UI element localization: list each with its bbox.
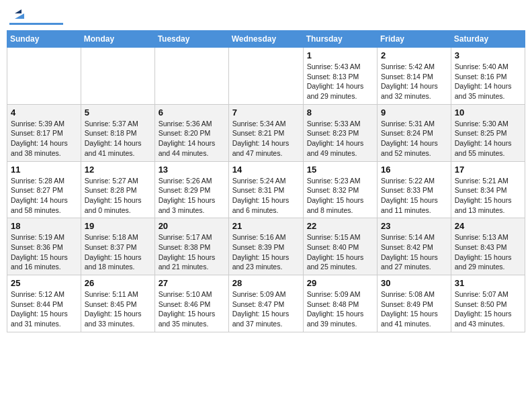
day-number: 1 bbox=[307, 50, 373, 60]
calendar-cell: 15Sunrise: 5:23 AM Sunset: 8:32 PM Dayli… bbox=[303, 161, 377, 218]
svg-marker-1 bbox=[15, 9, 21, 13]
day-number: 17 bbox=[455, 165, 521, 175]
day-info: Sunrise: 5:13 AM Sunset: 8:43 PM Dayligh… bbox=[455, 232, 521, 272]
page-header bbox=[7, 7, 525, 25]
day-info: Sunrise: 5:12 AM Sunset: 8:44 PM Dayligh… bbox=[11, 289, 77, 329]
day-number: 21 bbox=[232, 221, 300, 231]
calendar-cell: 8Sunrise: 5:33 AM Sunset: 8:23 PM Daylig… bbox=[303, 104, 377, 161]
calendar-cell: 22Sunrise: 5:15 AM Sunset: 8:40 PM Dayli… bbox=[303, 218, 377, 275]
day-info: Sunrise: 5:17 AM Sunset: 8:38 PM Dayligh… bbox=[159, 232, 225, 272]
calendar-cell: 9Sunrise: 5:31 AM Sunset: 8:24 PM Daylig… bbox=[378, 104, 451, 161]
calendar-cell bbox=[228, 48, 303, 105]
day-number: 4 bbox=[11, 107, 77, 118]
day-number: 18 bbox=[11, 221, 77, 231]
day-number: 10 bbox=[455, 107, 521, 118]
day-info: Sunrise: 5:30 AM Sunset: 8:25 PM Dayligh… bbox=[455, 119, 521, 158]
col-header-tuesday: Tuesday bbox=[154, 31, 228, 48]
day-number: 5 bbox=[85, 107, 151, 118]
calendar-week-3: 11Sunrise: 5:28 AM Sunset: 8:27 PM Dayli… bbox=[7, 161, 525, 218]
day-number: 23 bbox=[381, 221, 447, 231]
day-info: Sunrise: 5:27 AM Sunset: 8:28 PM Dayligh… bbox=[85, 176, 151, 216]
calendar-cell: 16Sunrise: 5:22 AM Sunset: 8:33 PM Dayli… bbox=[378, 161, 451, 218]
calendar-table: SundayMondayTuesdayWednesdayThursdayFrid… bbox=[7, 30, 525, 332]
day-info: Sunrise: 5:28 AM Sunset: 8:27 PM Dayligh… bbox=[11, 176, 77, 216]
col-header-monday: Monday bbox=[81, 31, 154, 48]
calendar-cell: 19Sunrise: 5:18 AM Sunset: 8:37 PM Dayli… bbox=[81, 218, 154, 275]
day-info: Sunrise: 5:19 AM Sunset: 8:36 PM Dayligh… bbox=[11, 232, 77, 272]
calendar-cell: 21Sunrise: 5:16 AM Sunset: 8:39 PM Dayli… bbox=[228, 218, 303, 275]
col-header-sunday: Sunday bbox=[7, 31, 81, 48]
calendar-cell: 3Sunrise: 5:40 AM Sunset: 8:16 PM Daylig… bbox=[451, 48, 525, 105]
calendar-cell: 23Sunrise: 5:14 AM Sunset: 8:42 PM Dayli… bbox=[378, 218, 451, 275]
day-info: Sunrise: 5:26 AM Sunset: 8:29 PM Dayligh… bbox=[159, 176, 225, 216]
day-info: Sunrise: 5:07 AM Sunset: 8:50 PM Dayligh… bbox=[455, 289, 521, 329]
col-header-saturday: Saturday bbox=[451, 31, 525, 48]
day-info: Sunrise: 5:10 AM Sunset: 8:46 PM Dayligh… bbox=[159, 289, 225, 329]
day-number: 12 bbox=[85, 165, 151, 175]
day-number: 9 bbox=[381, 107, 447, 118]
calendar-week-5: 25Sunrise: 5:12 AM Sunset: 8:44 PM Dayli… bbox=[7, 275, 525, 332]
calendar-week-4: 18Sunrise: 5:19 AM Sunset: 8:36 PM Dayli… bbox=[7, 218, 525, 275]
day-number: 25 bbox=[11, 278, 77, 288]
calendar-cell: 11Sunrise: 5:28 AM Sunset: 8:27 PM Dayli… bbox=[7, 161, 81, 218]
calendar-cell: 20Sunrise: 5:17 AM Sunset: 8:38 PM Dayli… bbox=[154, 218, 228, 275]
day-info: Sunrise: 5:11 AM Sunset: 8:45 PM Dayligh… bbox=[85, 289, 151, 329]
logo-icon bbox=[12, 7, 27, 21]
day-number: 29 bbox=[307, 278, 373, 288]
col-header-wednesday: Wednesday bbox=[228, 31, 303, 48]
day-info: Sunrise: 5:23 AM Sunset: 8:32 PM Dayligh… bbox=[307, 176, 373, 216]
day-info: Sunrise: 5:37 AM Sunset: 8:18 PM Dayligh… bbox=[85, 119, 151, 158]
day-info: Sunrise: 5:36 AM Sunset: 8:20 PM Dayligh… bbox=[159, 119, 225, 158]
day-info: Sunrise: 5:09 AM Sunset: 8:47 PM Dayligh… bbox=[232, 289, 300, 329]
calendar-cell: 27Sunrise: 5:10 AM Sunset: 8:46 PM Dayli… bbox=[154, 275, 228, 332]
day-number: 8 bbox=[307, 107, 373, 118]
day-number: 26 bbox=[85, 278, 151, 288]
calendar-cell: 24Sunrise: 5:13 AM Sunset: 8:43 PM Dayli… bbox=[451, 218, 525, 275]
col-header-friday: Friday bbox=[378, 31, 451, 48]
calendar-cell: 18Sunrise: 5:19 AM Sunset: 8:36 PM Dayli… bbox=[7, 218, 81, 275]
calendar-cell: 29Sunrise: 5:09 AM Sunset: 8:48 PM Dayli… bbox=[303, 275, 377, 332]
day-number: 30 bbox=[381, 278, 447, 288]
day-number: 14 bbox=[232, 165, 300, 175]
calendar-cell: 28Sunrise: 5:09 AM Sunset: 8:47 PM Dayli… bbox=[228, 275, 303, 332]
calendar-cell: 2Sunrise: 5:42 AM Sunset: 8:14 PM Daylig… bbox=[378, 48, 451, 105]
day-info: Sunrise: 5:40 AM Sunset: 8:16 PM Dayligh… bbox=[455, 62, 521, 101]
calendar-cell: 6Sunrise: 5:36 AM Sunset: 8:20 PM Daylig… bbox=[154, 104, 228, 161]
day-info: Sunrise: 5:31 AM Sunset: 8:24 PM Dayligh… bbox=[381, 119, 447, 158]
day-number: 2 bbox=[381, 50, 447, 60]
day-info: Sunrise: 5:39 AM Sunset: 8:17 PM Dayligh… bbox=[11, 119, 77, 158]
day-info: Sunrise: 5:34 AM Sunset: 8:21 PM Dayligh… bbox=[232, 119, 300, 158]
day-info: Sunrise: 5:42 AM Sunset: 8:14 PM Dayligh… bbox=[381, 62, 447, 101]
day-number: 7 bbox=[232, 107, 300, 118]
day-info: Sunrise: 5:08 AM Sunset: 8:49 PM Dayligh… bbox=[381, 289, 447, 329]
calendar-cell: 25Sunrise: 5:12 AM Sunset: 8:44 PM Dayli… bbox=[7, 275, 81, 332]
calendar-cell: 10Sunrise: 5:30 AM Sunset: 8:25 PM Dayli… bbox=[451, 104, 525, 161]
day-number: 24 bbox=[455, 221, 521, 231]
day-number: 19 bbox=[85, 221, 151, 231]
calendar-cell bbox=[7, 48, 81, 105]
day-info: Sunrise: 5:24 AM Sunset: 8:31 PM Dayligh… bbox=[232, 176, 300, 216]
calendar-cell: 30Sunrise: 5:08 AM Sunset: 8:49 PM Dayli… bbox=[378, 275, 451, 332]
calendar-cell: 13Sunrise: 5:26 AM Sunset: 8:29 PM Dayli… bbox=[154, 161, 228, 218]
calendar-cell bbox=[81, 48, 154, 105]
calendar-cell bbox=[154, 48, 228, 105]
svg-marker-0 bbox=[15, 13, 24, 19]
day-number: 13 bbox=[159, 165, 225, 175]
calendar-cell: 7Sunrise: 5:34 AM Sunset: 8:21 PM Daylig… bbox=[228, 104, 303, 161]
day-info: Sunrise: 5:22 AM Sunset: 8:33 PM Dayligh… bbox=[381, 176, 447, 216]
day-number: 16 bbox=[381, 165, 447, 175]
calendar-week-1: 1Sunrise: 5:43 AM Sunset: 8:13 PM Daylig… bbox=[7, 48, 525, 105]
day-number: 31 bbox=[455, 278, 521, 288]
day-info: Sunrise: 5:15 AM Sunset: 8:40 PM Dayligh… bbox=[307, 232, 373, 272]
day-info: Sunrise: 5:18 AM Sunset: 8:37 PM Dayligh… bbox=[85, 232, 151, 272]
day-info: Sunrise: 5:09 AM Sunset: 8:48 PM Dayligh… bbox=[307, 289, 373, 329]
calendar-cell: 31Sunrise: 5:07 AM Sunset: 8:50 PM Dayli… bbox=[451, 275, 525, 332]
col-header-thursday: Thursday bbox=[303, 31, 377, 48]
day-number: 3 bbox=[455, 50, 521, 60]
day-number: 15 bbox=[307, 165, 373, 175]
calendar-cell: 14Sunrise: 5:24 AM Sunset: 8:31 PM Dayli… bbox=[228, 161, 303, 218]
day-info: Sunrise: 5:43 AM Sunset: 8:13 PM Dayligh… bbox=[307, 62, 373, 101]
day-info: Sunrise: 5:14 AM Sunset: 8:42 PM Dayligh… bbox=[381, 232, 447, 272]
day-number: 22 bbox=[307, 221, 373, 231]
day-info: Sunrise: 5:16 AM Sunset: 8:39 PM Dayligh… bbox=[232, 232, 300, 272]
